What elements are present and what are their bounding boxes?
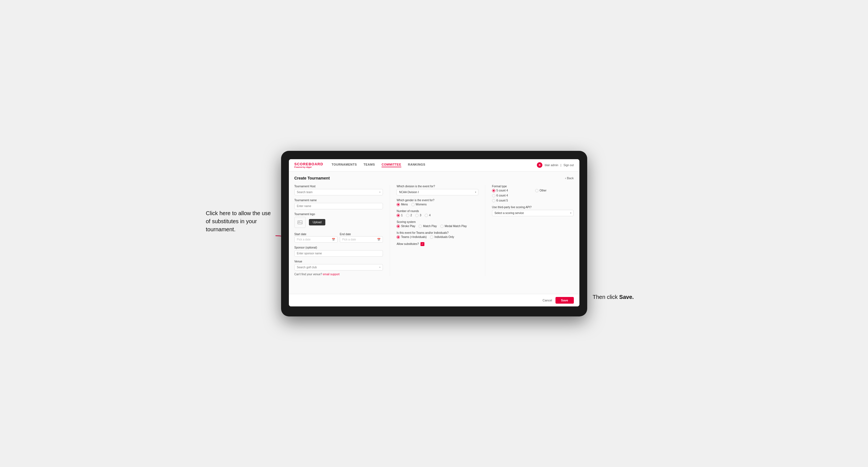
start-date-input[interactable]: Pick a date 📅 — [294, 236, 338, 243]
end-date-placeholder: Pick a date — [342, 238, 356, 241]
scoring-medal-label: Medal Match Play — [445, 225, 467, 228]
individuals-only[interactable]: Individuals Only — [430, 236, 454, 239]
tournament-logo-label: Tournament logo — [294, 213, 383, 216]
format-other-radio[interactable] — [535, 189, 538, 192]
nav-tournaments[interactable]: TOURNAMENTS — [332, 163, 357, 167]
rounds-radio-group: 1 2 3 — [397, 214, 478, 217]
calendar-icon-end: 📅 — [377, 238, 380, 241]
tournament-name-group: Tournament name — [294, 199, 383, 209]
end-date-input[interactable]: Pick a date 📅 — [340, 236, 383, 243]
scoring-api-select-wrapper[interactable]: Select a scoring service Select & scorin… — [492, 210, 574, 216]
logo-upload-area: Upload — [294, 217, 383, 228]
format-5count4-radio[interactable] — [492, 189, 495, 192]
format-other[interactable]: Other — [535, 189, 574, 192]
format-label: Format type — [492, 185, 574, 188]
division-label: Which division is the event for? — [397, 185, 478, 188]
nav-committee[interactable]: COMMITTEE — [381, 163, 401, 167]
signout-link[interactable]: Sign out — [563, 164, 574, 167]
form-col-middle: Which division is the event for? NCAA Di… — [390, 185, 478, 276]
upload-button[interactable]: Upload — [309, 219, 326, 225]
rounds-4[interactable]: 4 — [425, 214, 431, 217]
individuals-radio[interactable] — [430, 236, 433, 239]
individuals-label: Individuals Only — [434, 236, 454, 239]
email-support-link[interactable]: email support — [323, 273, 340, 276]
form-col-left: Tournament Host ▾ Tournament name — [294, 185, 383, 276]
form-grid: Tournament Host ▾ Tournament name — [294, 185, 574, 276]
start-date-placeholder: Pick a date — [297, 238, 311, 241]
tournament-name-label: Tournament name — [294, 199, 383, 202]
format-6count4[interactable]: 6 count 4 — [492, 194, 531, 197]
rounds-group: Number of rounds 1 2 — [397, 210, 478, 217]
format-6count5-label: 6 count 5 — [496, 199, 508, 202]
gender-mens-label: Mens — [401, 203, 408, 206]
end-date-label: End date — [340, 233, 351, 236]
host-chevron-icon: ▾ — [379, 191, 380, 193]
rounds-4-label: 4 — [429, 214, 431, 217]
rounds-3-radio[interactable] — [415, 214, 418, 217]
rounds-3-label: 3 — [420, 214, 421, 217]
teams-label: Is this event for Teams and/or Individua… — [397, 231, 478, 234]
rounds-label: Number of rounds — [397, 210, 478, 213]
teams-radio-group: Teams (+Individuals) Individuals Only — [397, 236, 478, 239]
start-date-label: Start date — [294, 233, 306, 236]
division-select[interactable]: NCAA Division I — [397, 189, 478, 195]
rounds-2-label: 2 — [410, 214, 412, 217]
gender-mens-radio[interactable] — [397, 203, 400, 206]
format-6count5-radio[interactable] — [492, 199, 495, 202]
gender-womens-radio[interactable] — [411, 203, 415, 206]
tournament-name-input[interactable] — [297, 205, 381, 208]
sponsor-input[interactable] — [297, 252, 381, 255]
scoring-stroke-radio[interactable] — [397, 225, 400, 228]
tournament-host-input-wrapper[interactable]: ▾ — [294, 189, 383, 195]
tournament-host-input[interactable] — [297, 191, 380, 194]
gender-womens[interactable]: Womens — [411, 203, 427, 206]
tournament-host-group: Tournament Host ▾ — [294, 185, 383, 195]
back-button[interactable]: ‹ Back — [565, 177, 574, 180]
format-6count5[interactable]: 6 count 5 — [492, 199, 531, 202]
rounds-3[interactable]: 3 — [415, 214, 421, 217]
calendar-icon-start: 📅 — [332, 238, 335, 241]
format-5count4[interactable]: 5 count 4 — [492, 189, 531, 192]
teams-radio[interactable] — [397, 236, 400, 239]
division-select-wrapper[interactable]: NCAA Division I ▾ — [397, 189, 478, 195]
rounds-1[interactable]: 1 — [397, 214, 403, 217]
venue-input-wrapper[interactable]: ▾ — [294, 264, 383, 271]
sponsor-input-wrapper[interactable] — [294, 250, 383, 257]
gender-group: Which gender is the event for? Mens Wome… — [397, 199, 478, 206]
rounds-2[interactable]: 2 — [406, 214, 412, 217]
format-other-label: Other — [539, 189, 547, 192]
venue-group: Venue ▾ Can't find your venue? email sup… — [294, 260, 383, 276]
scoring-match-radio[interactable] — [418, 225, 422, 228]
substitutes-checkbox[interactable]: ✓ — [421, 242, 425, 246]
format-6count4-radio[interactable] — [492, 194, 495, 197]
cancel-button[interactable]: Cancel — [543, 299, 552, 302]
scoring-medal-radio[interactable] — [440, 225, 443, 228]
scoring-match[interactable]: Match Play — [418, 225, 437, 228]
rounds-4-radio[interactable] — [425, 214, 428, 217]
venue-input[interactable] — [297, 266, 380, 269]
page-header: Create Tournament ‹ Back — [294, 176, 574, 180]
substitutes-group: Allow substitutes? ✓ — [397, 242, 478, 246]
rounds-1-label: 1 — [401, 214, 403, 217]
nav-user-area: B blair admin | Sign out — [537, 162, 574, 168]
teams-label: Teams (+Individuals) — [401, 236, 427, 239]
scoring-api-label: Use third-party live scoring API? — [492, 206, 574, 209]
scoring-match-label: Match Play — [423, 225, 437, 228]
rounds-1-radio[interactable] — [397, 214, 400, 217]
venue-label: Venue — [294, 260, 383, 263]
form-footer: Cancel Save — [289, 294, 580, 306]
scoring-api-select[interactable]: Select a scoring service Select & scorin… — [492, 210, 574, 216]
scoring-stroke[interactable]: Stroke Play — [397, 225, 415, 228]
save-button[interactable]: Save — [556, 297, 574, 304]
tournament-name-input-wrapper[interactable] — [294, 203, 383, 209]
teams-plus-individuals[interactable]: Teams (+Individuals) — [397, 236, 427, 239]
gender-radio-group: Mens Womens — [397, 203, 478, 206]
scoring-medal[interactable]: Medal Match Play — [440, 225, 467, 228]
gender-womens-label: Womens — [416, 203, 427, 206]
gender-label: Which gender is the event for? — [397, 199, 478, 202]
gender-mens[interactable]: Mens — [397, 203, 408, 206]
nav-teams[interactable]: TEAMS — [364, 163, 375, 167]
nav-rankings[interactable]: RANKINGS — [408, 163, 426, 167]
format-options-grid: 5 count 4 Other 6 count 4 — [492, 189, 574, 202]
rounds-2-radio[interactable] — [406, 214, 409, 217]
